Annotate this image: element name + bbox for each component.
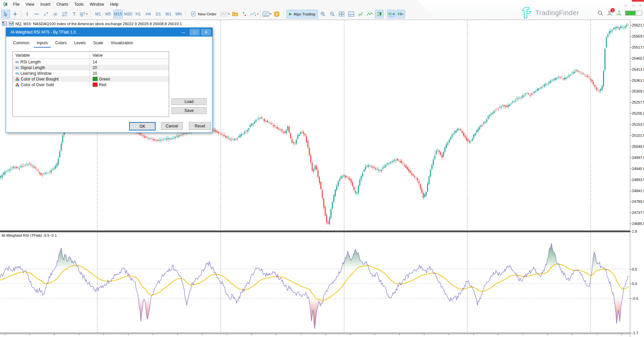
timeframe-button-m1[interactable]: M1 [93, 10, 103, 18]
menu-item-help[interactable]: Help [107, 1, 121, 8]
indicator-panel[interactable]: AI-Weighted RSI (TFlab) -0.5 -0.1 [0, 232, 630, 333]
candle-body [623, 27, 624, 27]
fibonacci-tool-button[interactable] [60, 10, 69, 18]
price-tick [630, 102, 632, 103]
candle-body [614, 27, 615, 29]
step-scale-button[interactable] [356, 10, 365, 18]
candle-body [278, 129, 279, 130]
chart-window-button[interactable]: ▾ [262, 10, 272, 18]
candle-body [460, 129, 461, 130]
watermark-band: — □ × TradingFinder 1 [417, 0, 644, 19]
input-row-signal-length[interactable]: 01Signal Length20 [13, 65, 169, 70]
depth-of-market-button[interactable] [347, 10, 356, 18]
dialog-tab-colors[interactable]: Colors [52, 39, 70, 48]
candle-body [330, 209, 331, 218]
crosshair-tool-button[interactable] [11, 10, 19, 18]
indicators-button[interactable]: ▾ [250, 10, 259, 18]
menu-item-tools[interactable]: Tools [71, 1, 87, 8]
account-button[interactable]: 1 [607, 10, 613, 16]
cursor-tool-button[interactable] [1, 10, 10, 18]
dialog-maximize-button[interactable]: □ [190, 29, 200, 36]
candle-body [170, 139, 171, 139]
menu-item-window[interactable]: Window [87, 1, 107, 8]
new-order-button[interactable]: New Order [189, 10, 219, 18]
menu-item-charts[interactable]: Charts [53, 1, 71, 8]
vertical-line-tool-button[interactable] [23, 10, 32, 18]
chart-type-button[interactable]: ▾ [220, 10, 230, 18]
timeframe-button-h4[interactable]: H4 [144, 10, 153, 18]
candle-body [586, 76, 587, 76]
candle-body [420, 184, 421, 188]
time-axis[interactable] [0, 333, 630, 337]
tile-windows-button[interactable] [337, 10, 346, 18]
timeframe-button-mn[interactable]: MN [174, 10, 183, 18]
cancel-button[interactable]: Cancel [161, 122, 183, 130]
candle-body [286, 130, 287, 133]
channel-tool-button[interactable] [51, 10, 60, 18]
dollar-icon: $ [274, 11, 279, 17]
zigzag-button[interactable] [366, 10, 374, 18]
zoom-out-button[interactable] [328, 10, 337, 18]
timeframe-button-m30[interactable]: M30 [123, 10, 133, 18]
text-tool-button[interactable]: T [70, 10, 78, 18]
dialog-tab-levels[interactable]: Levels [71, 39, 89, 48]
candle-body [320, 182, 321, 189]
symbols-button[interactable]: $ [272, 10, 281, 18]
dialog-title-bar[interactable]: AI-Weighted RSI MT5 - By TFlab 1.0 — □ × [6, 28, 212, 37]
input-row-learning-window[interactable]: 01Learning Window20 [13, 70, 169, 76]
variable-value: 14 [93, 60, 97, 64]
candle-body [508, 105, 509, 107]
dialog-resize-grip[interactable] [208, 128, 212, 132]
indicator-surface[interactable] [0, 232, 630, 333]
price-tick [630, 69, 632, 70]
price-tick [630, 91, 632, 92]
dialog-minimize-button[interactable]: — [178, 29, 188, 36]
candlestick-mode-button[interactable] [375, 10, 384, 18]
shift-end-button[interactable] [387, 10, 396, 18]
profiles-button[interactable] [231, 10, 239, 18]
candle-body [616, 27, 617, 28]
dialog-close-button[interactable]: × [201, 29, 211, 36]
candle-body [368, 165, 369, 167]
timeframe-button-h1[interactable]: H1 [133, 10, 143, 18]
input-row-rsi-length[interactable]: 01RSI Length14 [13, 59, 169, 65]
save-button[interactable]: Save [171, 107, 207, 114]
trendline-tool-button[interactable] [42, 10, 50, 18]
menu-item-view[interactable]: View [22, 1, 37, 8]
ok-button[interactable]: OK [129, 122, 156, 130]
input-row-color-of-over-bought[interactable]: Color of Over BoughtGreen [13, 76, 169, 82]
window-minimize-button[interactable]: — [624, 3, 628, 7]
dialog-tab-visualization[interactable]: Visualization [108, 39, 136, 48]
search-icon[interactable] [598, 10, 603, 16]
candle-body [165, 139, 166, 139]
algo-trading-button[interactable]: ▶ Algo Trading [286, 10, 318, 18]
inputs-table[interactable]: Variable Value 01RSI Length1401Signal Le… [12, 51, 169, 117]
candle-body [359, 180, 360, 185]
reset-button[interactable]: Reset [189, 122, 211, 130]
candle-body [583, 73, 584, 74]
horizontal-line-tool-button[interactable] [32, 10, 41, 18]
timeframe-button-m5[interactable]: M5 [103, 10, 113, 18]
timeframe-button-w1[interactable]: W1 [164, 10, 173, 18]
timeframe-button-d1[interactable]: D1 [154, 10, 163, 18]
window-restore-button[interactable]: □ [632, 3, 635, 7]
dialog-tab-inputs[interactable]: Inputs [34, 39, 51, 48]
candle-body [19, 168, 20, 169]
dialog-tab-scale[interactable]: Scale [90, 39, 106, 48]
candle-body [454, 131, 455, 133]
buy-sell-arrows-button[interactable] [240, 10, 249, 18]
menu-item-file[interactable]: File [10, 1, 22, 8]
load-button[interactable]: Load [171, 98, 207, 105]
zoom-in-button[interactable] [319, 10, 327, 18]
price-tick [630, 58, 632, 59]
candle-body [519, 98, 520, 98]
price-axis[interactable]: 25621.525569.525517.525465.525413.525361… [630, 20, 644, 337]
candle-body [310, 155, 311, 162]
dialog-tab-common[interactable]: Common [10, 39, 33, 48]
shapes-tool-button[interactable]: ▾ [79, 10, 88, 18]
window-close-button[interactable]: × [639, 3, 641, 7]
timeframe-button-m15[interactable]: M15 [113, 10, 123, 18]
menu-item-insert[interactable]: Insert [37, 1, 53, 8]
input-row-color-of-over-sold[interactable]: Color of Over SoldRed [13, 82, 169, 88]
auto-scroll-button[interactable] [396, 10, 405, 18]
